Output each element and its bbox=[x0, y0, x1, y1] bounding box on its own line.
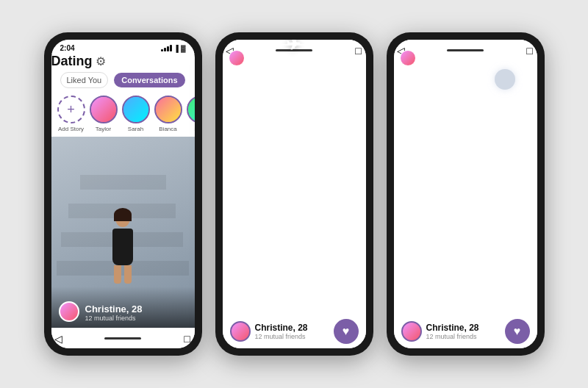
liked-button[interactable]: ♥ bbox=[505, 319, 530, 344]
p3-1 bbox=[400, 44, 442, 46]
close-story-icon[interactable]: ✕ bbox=[351, 52, 360, 64]
time-display: 2:04 bbox=[60, 44, 75, 52]
story-bottom-name-3: Christine, 28 bbox=[426, 323, 479, 333]
p3-3 bbox=[489, 44, 531, 46]
close-story-icon-3[interactable]: ✕ bbox=[523, 52, 531, 64]
add-story-button[interactable]: + bbox=[57, 96, 85, 123]
story-bottom-name: Christine, 28 bbox=[255, 323, 308, 333]
story-time: 3h bbox=[284, 54, 291, 62]
story-user-info: Christine 3h bbox=[229, 50, 291, 66]
story-menu-3: ••• ✕ bbox=[503, 52, 531, 64]
card-avatar bbox=[59, 301, 79, 322]
settings-icon[interactable]: ⚙ bbox=[96, 55, 106, 68]
story-bottom-bar: Christine, 28 12 mutual friends ♥ bbox=[223, 313, 366, 348]
dating-header: Dating ⚙ bbox=[51, 54, 195, 69]
status-icons: ▐ ▓ bbox=[161, 45, 186, 52]
app-title: Dating bbox=[51, 54, 93, 68]
story-user-avatar-3 bbox=[400, 50, 416, 66]
story-avatar-sp[interactable] bbox=[187, 96, 195, 123]
story-bottom-avatar bbox=[230, 321, 251, 342]
profile-name: Christine, 28 bbox=[85, 303, 143, 315]
story-avatar-bianca[interactable] bbox=[154, 96, 182, 123]
story-avatar-taylor[interactable] bbox=[90, 96, 118, 123]
like-button[interactable]: ♥ bbox=[334, 319, 359, 344]
story-time-3: 2h bbox=[455, 54, 462, 62]
back-button-1[interactable]: ◁ bbox=[51, 331, 66, 346]
story-avatar-sarah[interactable] bbox=[122, 96, 150, 123]
phone-2-screen: Christine 3h ••• ✕ VACATION MODE! ✈ bbox=[223, 40, 366, 348]
story-progress-3 bbox=[400, 44, 531, 46]
tabs-row: Liked You Conversations bbox=[51, 69, 195, 91]
signal-icon bbox=[161, 45, 172, 51]
status-bar-1: 2:04 ▐ ▓ bbox=[51, 40, 195, 54]
progress-1 bbox=[229, 44, 271, 46]
story-header-3: Christine 2h ••• ✕ bbox=[400, 50, 531, 66]
progress-3 bbox=[318, 44, 360, 46]
story-bottom-sub-3: 12 mutual friends bbox=[426, 333, 479, 340]
story-bottom-text: Christine, 28 12 mutual friends bbox=[255, 323, 308, 340]
story-username-3: Christine bbox=[420, 54, 451, 62]
scene: 2:04 ▐ ▓ Dating ⚙ Liked You Conversation… bbox=[0, 0, 588, 388]
story-bottom-info-3: Christine, 28 12 mutual friends ♥ bbox=[401, 319, 530, 344]
progress-2 bbox=[273, 44, 315, 46]
profile-card[interactable]: Christine, 28 12 mutual friends bbox=[51, 137, 195, 328]
nav-bar-1: ◁ □ bbox=[51, 328, 195, 348]
card-text: Christine, 28 12 mutual friends bbox=[85, 303, 143, 322]
story-label-taylor: Taylor bbox=[96, 126, 111, 132]
story-username: Christine bbox=[248, 54, 280, 62]
add-story-item[interactable]: + Add Story bbox=[57, 96, 85, 132]
phone-3: Christine 2h ••• ✕ 🌴 bbox=[387, 32, 545, 356]
story-label-bianca: Bianca bbox=[159, 126, 176, 132]
moon-decoration bbox=[495, 69, 515, 90]
story-person-info: Christine, 28 12 mutual friends bbox=[230, 321, 308, 342]
battery-icon: ▓ bbox=[181, 45, 186, 52]
more-options-icon-3[interactable]: ••• bbox=[503, 52, 518, 64]
story-menu: ••• ✕ bbox=[331, 52, 360, 64]
profile-person bbox=[112, 211, 133, 284]
phone-3-screen: Christine 2h ••• ✕ 🌴 bbox=[394, 40, 537, 348]
story-bianca[interactable]: Bianca bbox=[154, 96, 182, 132]
phone-2: Christine 3h ••• ✕ VACATION MODE! ✈ bbox=[215, 32, 373, 356]
story-progress-2 bbox=[229, 44, 360, 46]
phone-1: 2:04 ▐ ▓ Dating ⚙ Liked You Conversation… bbox=[44, 32, 202, 356]
story-bottom-bar-3: Christine, 28 12 mutual friends ♥ bbox=[394, 313, 537, 348]
wifi-icon: ▐ bbox=[174, 45, 179, 52]
story-bottom-sub: 12 mutual friends bbox=[255, 333, 308, 340]
story-bottom-avatar-3 bbox=[401, 321, 422, 342]
phone-1-screen: 2:04 ▐ ▓ Dating ⚙ Liked You Conversation… bbox=[51, 40, 195, 348]
card-info-overlay: Christine, 28 12 mutual friends bbox=[51, 287, 195, 328]
story-person-info-3: Christine, 28 12 mutual friends bbox=[401, 321, 479, 342]
story-header-2: Christine 3h ••• ✕ bbox=[229, 50, 360, 66]
p3-2 bbox=[444, 44, 487, 46]
add-story-label: Add Story bbox=[58, 126, 84, 132]
tab-conversations[interactable]: Conversations bbox=[114, 73, 184, 87]
mutual-friends: 12 mutual friends bbox=[85, 315, 143, 322]
stories-row: + Add Story Taylor Sarah bbox=[51, 91, 195, 137]
story-sp[interactable]: Sp... bbox=[187, 96, 195, 132]
story-bottom-info: Christine, 28 12 mutual friends ♥ bbox=[230, 319, 359, 344]
story-user-info-3: Christine 2h bbox=[400, 50, 462, 66]
story-sarah[interactable]: Sarah bbox=[122, 96, 150, 132]
story-user-avatar bbox=[229, 50, 245, 66]
recents-button-1[interactable]: □ bbox=[180, 331, 195, 346]
story-taylor[interactable]: Taylor bbox=[90, 96, 118, 132]
more-options-icon[interactable]: ••• bbox=[331, 52, 347, 64]
story-bottom-text-3: Christine, 28 12 mutual friends bbox=[426, 323, 479, 340]
home-indicator-1 bbox=[104, 337, 141, 340]
tab-liked-you[interactable]: Liked You bbox=[60, 72, 109, 88]
story-label-sarah: Sarah bbox=[128, 126, 143, 132]
